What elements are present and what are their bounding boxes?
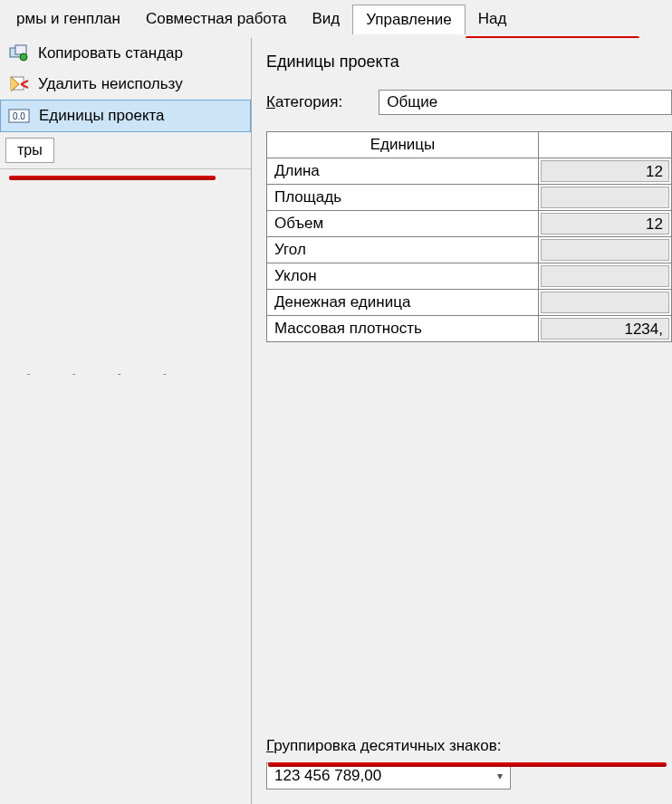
project-units-dialog: Единицы проекта Категория: Общие Единицы… [251,38,672,804]
grouping-label: Группировка десятичных знаков: [266,737,672,755]
dialog-title: Единицы проекта [266,53,672,72]
unit-name: Денежная единица [267,290,539,315]
purge-unused-button[interactable]: Удалить неиспользу [0,69,251,100]
unit-name: Угол [267,237,539,263]
project-units-button[interactable]: 0.0 Единицы проекта [0,100,251,132]
unit-name: Массовая плотность [267,316,539,341]
unit-format-button[interactable]: 12 [541,160,669,182]
copy-standards-icon [7,43,31,63]
menu-item-collaborate[interactable]: Совместная работа [133,5,300,34]
unit-name: Объем [267,211,539,236]
combo-value: 123 456 789,00 [274,767,381,785]
main-layout: Копировать стандар Удалить неиспользу 0.… [0,38,672,804]
highlight-underline [9,176,216,180]
table-row: Длина 12 [267,158,671,185]
table-header: Единицы [267,132,671,158]
category-label: Категория: [266,93,342,111]
svg-rect-1 [15,45,26,54]
menubar: рмы и генплан Совместная работа Вид Упра… [0,0,672,38]
table-row: Массовая плотность 1234, [267,316,671,341]
unit-format-button[interactable] [541,187,669,208]
separator [0,168,251,169]
unit-format-button[interactable]: 12 [541,213,669,234]
unit-name: Уклон [267,263,539,289]
decorative-dots: - - - - [0,368,251,378]
table-row: Угол [267,237,671,263]
units-table: Единицы Длина 12 Площадь Объем 12 Угол У… [266,131,672,342]
menu-item-forms[interactable]: рмы и генплан [4,5,133,34]
purge-unused-icon [7,74,31,94]
svg-point-2 [20,53,27,61]
menu-item-addins[interactable]: Над [466,5,520,34]
unit-name: Площадь [267,185,539,210]
ribbon-panel: Копировать стандар Удалить неиспользу 0.… [0,38,251,804]
table-row: Объем 12 [267,211,671,237]
panel-item-label: Удалить неиспользу [38,75,183,93]
column-header-units: Единицы [267,132,539,158]
highlight-underline [268,762,667,767]
grouping-section: Группировка десятичных знаков: 123 456 7… [266,483,672,790]
column-header-format [539,132,671,158]
svg-text:0.0: 0.0 [13,111,25,121]
table-row: Уклон [267,263,671,290]
combo-value: Общие [387,93,437,111]
menu-item-manage[interactable]: Управление [352,5,466,34]
table-row: Денежная единица [267,290,671,316]
panel-item-label: Копировать стандар [38,44,183,62]
unit-name: Длина [267,158,539,184]
category-combo[interactable]: Общие [379,90,672,115]
table-row: Площадь [267,185,671,211]
unit-format-button[interactable]: 1234, [541,318,669,340]
menu-item-view[interactable]: Вид [300,5,353,34]
project-units-icon: 0.0 [8,106,32,126]
unit-format-button[interactable] [541,265,669,287]
category-row: Категория: Общие [266,90,672,115]
copy-standards-button[interactable]: Копировать стандар [0,38,251,69]
panel-tab[interactable]: тры [5,138,54,163]
panel-item-label: Единицы проекта [39,107,165,125]
unit-format-button[interactable] [541,239,669,261]
chevron-down-icon: ▾ [497,770,503,782]
unit-format-button[interactable] [541,292,669,313]
